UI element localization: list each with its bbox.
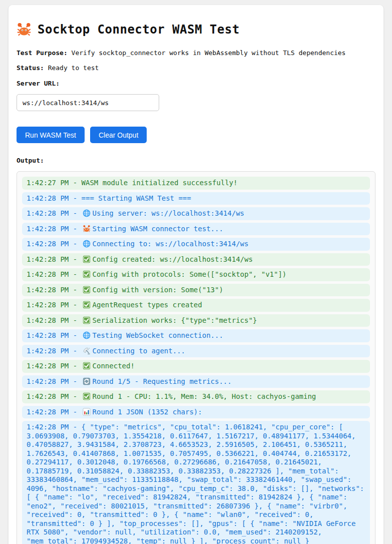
- log-timestamp: 1:42:28 PM -: [27, 194, 82, 202]
- log-timestamp: 1:42:28 PM -: [27, 362, 82, 370]
- output-label: Output:: [17, 157, 375, 164]
- log-entry: 1:42:28 PM - Config created: ws://localh…: [22, 253, 370, 266]
- log-message: Config with protocols: Some(["socktop", …: [93, 270, 287, 278]
- check-icon: [83, 286, 91, 294]
- log-entry: 1:42:28 PM - { "type": "metrics", "cpu_t…: [22, 421, 370, 544]
- log-entry: 1:42:28 PM - Config with protocols: Some…: [22, 268, 370, 281]
- globe-icon: [83, 209, 91, 217]
- page-title-text: Socktop Connector WASM Test: [38, 23, 240, 37]
- log-message: AgentRequest types created: [93, 301, 202, 309]
- log-entry: 1:42:28 PM - Connected!: [22, 360, 370, 373]
- log-timestamp: 1:42:28 PM -: [27, 392, 82, 400]
- chart-icon: [83, 408, 91, 416]
- log-message: Connecting to: ws://localhost:3414/ws: [93, 240, 249, 248]
- log-timestamp: 1:42:28 PM -: [27, 209, 82, 217]
- check-icon: [83, 255, 91, 263]
- log-entry: 1:42:28 PM - Using server: ws://localhos…: [22, 207, 370, 220]
- globe-icon: [83, 331, 91, 339]
- refresh-icon: [83, 377, 91, 385]
- check-icon: [83, 392, 91, 400]
- log-message: Testing WebSocket connection...: [93, 331, 223, 339]
- log-message: { "type": "metrics", "cpu_total": 1.0618…: [27, 423, 364, 544]
- log-timestamp: 1:42:28 PM -: [27, 301, 82, 309]
- check-icon: [83, 316, 91, 324]
- crab-icon: [83, 225, 91, 233]
- main-card: Socktop Connector WASM Test Test Purpose…: [9, 5, 383, 544]
- check-icon: [83, 301, 91, 309]
- log-timestamp: 1:42:28 PM -: [27, 408, 82, 416]
- log-timestamp: 1:42:28 PM -: [27, 347, 82, 355]
- log-output: 1:42:27 PM - WASM module initialized suc…: [17, 171, 375, 544]
- log-entry: 1:42:28 PM - Connecting to: ws://localho…: [22, 238, 370, 251]
- log-message: Starting WASM connector test...: [93, 225, 223, 233]
- log-timestamp: 1:42:28 PM -: [27, 270, 82, 278]
- log-entry: 1:42:28 PM - Round 1 - CPU: 1.1%, Mem: 3…: [22, 390, 370, 403]
- log-entry: 1:42:28 PM - Round 1/5 - Requesting metr…: [22, 375, 370, 388]
- button-row: Run WASM Test Clear Output: [17, 127, 375, 143]
- status-line: Status: Ready to test: [17, 64, 375, 72]
- log-message: === Starting WASM Test ===: [82, 194, 191, 202]
- log-entry: 1:42:27 PM - WASM module initialized suc…: [22, 177, 370, 190]
- log-message: WASM module initialized successfully!: [82, 179, 238, 187]
- log-message: Connected!: [93, 362, 135, 370]
- log-entry: 1:42:28 PM - === Starting WASM Test ===: [22, 192, 370, 205]
- server-url-input[interactable]: [17, 94, 159, 111]
- log-timestamp: 1:42:28 PM -: [27, 423, 82, 431]
- log-message: Config with version: Some("13"): [93, 286, 223, 294]
- log-message: Using server: ws://localhost:3414/ws: [93, 209, 244, 217]
- log-message: Round 1 JSON (1352 chars):: [93, 408, 202, 416]
- status-label: Status:: [17, 64, 44, 72]
- log-timestamp: 1:42:28 PM -: [27, 255, 82, 263]
- crab-icon: [17, 22, 32, 37]
- server-url-label: Server URL:: [17, 80, 375, 87]
- test-purpose-label: Test Purpose:: [17, 49, 68, 57]
- log-timestamp: 1:42:28 PM -: [27, 240, 82, 248]
- log-entry: 1:42:28 PM - AgentRequest types created: [22, 299, 370, 312]
- log-message: Round 1 - CPU: 1.1%, Mem: 34.0%, Host: c…: [93, 392, 316, 400]
- log-timestamp: 1:42:27 PM -: [27, 179, 82, 187]
- page-title: Socktop Connector WASM Test: [17, 22, 375, 37]
- test-purpose-line: Test Purpose: Verify socktop_connector w…: [17, 49, 375, 57]
- log-entry: 1:42:28 PM - Config with version: Some("…: [22, 284, 370, 297]
- log-timestamp: 1:42:28 PM -: [27, 225, 82, 233]
- log-entry: 1:42:28 PM - Starting WASM connector tes…: [22, 223, 370, 236]
- log-timestamp: 1:42:28 PM -: [27, 331, 82, 339]
- check-icon: [83, 362, 91, 370]
- log-entry: 1:42:28 PM - Testing WebSocket connectio…: [22, 329, 370, 342]
- log-message: Serialization works: {"type":"metrics"}: [93, 316, 257, 324]
- check-icon: [83, 270, 91, 278]
- run-wasm-test-button[interactable]: Run WASM Test: [17, 127, 85, 143]
- log-entry: 1:42:28 PM - Serialization works: {"type…: [22, 314, 370, 327]
- log-timestamp: 1:42:28 PM -: [27, 377, 82, 385]
- log-timestamp: 1:42:28 PM -: [27, 286, 82, 294]
- log-message: Config created: ws://localhost:3414/ws: [93, 255, 253, 263]
- log-entry: 1:42:28 PM - Connecting to agent...: [22, 345, 370, 358]
- globe-icon: [83, 240, 91, 248]
- log-message: Connecting to agent...: [93, 347, 185, 355]
- log-message: Round 1/5 - Requesting metrics...: [93, 377, 232, 385]
- clear-output-button[interactable]: Clear Output: [90, 127, 147, 143]
- status-text: Ready to test: [48, 64, 99, 72]
- test-purpose-text: Verify socktop_connector works in WebAss…: [72, 49, 346, 57]
- log-entry: 1:42:28 PM - Round 1 JSON (1352 chars):: [22, 406, 370, 419]
- satellite-icon: [83, 347, 91, 355]
- log-timestamp: 1:42:28 PM -: [27, 316, 82, 324]
